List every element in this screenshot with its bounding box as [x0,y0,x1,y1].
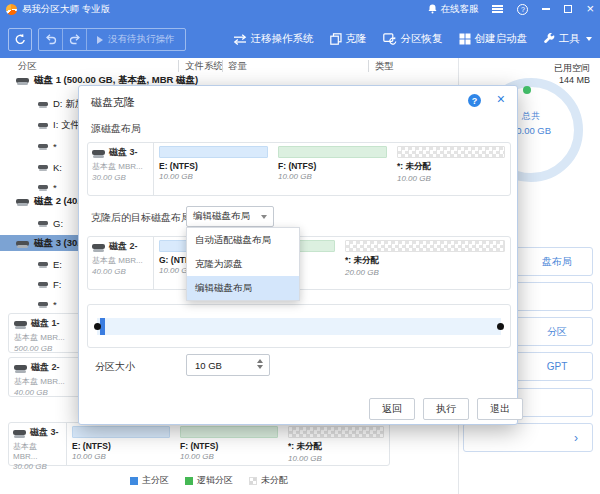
disk3-partition-f[interactable]: F: (NTFS) 10.00 GB [175,423,283,465]
disk-icon [92,244,105,249]
disk1-type: 基本盘 MBR... [14,332,82,343]
partition-legend: 主分区 逻辑分区 未分配 [130,474,288,487]
clone-label: 克隆 [346,32,367,46]
minimize-button[interactable] [542,8,550,10]
source-partition-f[interactable]: F: (NTFS) 10.00 GB [273,143,392,195]
used-space: 已用空间 144 MB [554,62,590,85]
maximize-button[interactable] [564,5,572,13]
disk-icon [16,241,29,246]
partition-size: 10.00 GB [288,454,384,463]
primary-partition-swatch [130,477,138,485]
tree-item-label: I: 文件 [53,119,80,132]
create-bootable-disk-label: 创建启动盘 [475,32,528,46]
disk2-size: 40.00 GB [14,388,82,397]
partition-bar [180,426,278,438]
partition-icon [38,262,48,266]
partition-icon [38,221,48,225]
layout-mode-dropdown-menu: 自动适配磁盘布局 克隆为源盘 编辑磁盘布局 [186,227,300,301]
legend-logical-label: 逻辑分区 [197,474,233,487]
stepper-icon[interactable] [257,359,263,369]
source-disk-row: 磁盘 3- 基本盘 MBR... 30.00 GB E: (NTFS) 10.0… [87,142,511,196]
tree-item-label: * [53,182,57,193]
tree-item-label: * [53,141,57,152]
dialog-close-icon[interactable]: × [497,91,505,107]
back-button[interactable]: 返回 [369,398,415,420]
ring-used-dot [523,86,531,94]
partition-icon [38,123,48,127]
layout-mode-select[interactable]: 编辑磁盘布局 [186,206,274,227]
pending-operations-group: 没有待执行操作 [38,28,186,51]
menu-option-edit-layout[interactable]: 编辑磁盘布局 [187,276,299,300]
app-window: 易我分区大师 专业版 在线客服 ? × [0,0,600,494]
tree-item-label: G: [53,218,63,229]
target-disk-name: 磁盘 2- [109,240,138,253]
disk3-name: 磁盘 3- [30,426,59,439]
redo-button[interactable] [63,29,87,50]
partition-resize-slider[interactable] [97,318,501,335]
partition-label: F: (NTFS) [180,441,278,451]
disk1-card[interactable]: 磁盘 1- 基本盘 MBR... 500.00 GB [8,313,88,353]
dialog-help-icon[interactable]: ? [468,94,481,107]
partition-label: F: (NTFS) [278,161,387,171]
partition-label: *: 未分配 [345,255,505,267]
source-disk-type: 基本盘 MBR... [92,161,149,172]
partition-label: E: (NTFS) [72,441,170,451]
tools-button[interactable]: 工具 [543,32,592,46]
target-partition-unallocated[interactable]: *: 未分配 20.00 GB [340,237,510,289]
partition-label: *: 未分配 [288,441,384,453]
title-bar: 易我分区大师 专业版 在线客服 ? × [0,0,600,18]
tree-item-label: * [53,299,57,310]
partition-size: 10.00 GB [72,452,170,461]
partition-bar [397,146,505,158]
target-layout-label: 克隆后的目标磁盘布局 [91,211,191,225]
clone-button[interactable]: 克隆 [330,32,367,46]
disk3-map-row: 磁盘 3- 基本盘 MBR... 30.00 GB E: (NTFS) 10.0… [8,422,390,466]
migrate-os-label: 迁移操作系统 [251,32,314,46]
stepper-up-icon[interactable] [257,359,263,363]
chevron-down-icon [261,215,267,219]
disk3-card[interactable]: 磁盘 3- 基本盘 MBR... 30.00 GB [9,423,67,465]
create-bootable-disk-button[interactable]: 创建启动盘 [459,32,528,46]
source-layout-label: 源磁盘布局 [91,122,141,136]
disk3-partition-e[interactable]: E: (NTFS) 10.00 GB [67,423,175,465]
slider-left-handle[interactable] [94,323,101,330]
stepper-down-icon[interactable] [257,365,263,369]
partition-size: 10.00 GB [159,172,268,181]
undo-button[interactable] [39,29,63,50]
help-icon[interactable]: ? [517,4,528,15]
disk-icon [16,199,29,204]
disk3-partition-unallocated[interactable]: *: 未分配 10.00 GB [283,423,389,465]
pending-operations-button[interactable]: 没有待执行操作 [87,29,185,50]
play-icon [97,36,103,44]
legend-primary-label: 主分区 [142,474,169,487]
disk2-card[interactable]: 磁盘 2- 基本盘 MBR... 40.00 GB [8,357,88,397]
close-button[interactable]: × [586,4,594,14]
chevron-right-icon: › [574,431,578,445]
source-disk-name: 磁盘 3- [109,146,138,159]
migrate-os-button[interactable]: 迁移操作系统 [233,32,314,46]
exit-button[interactable]: 退出 [477,398,523,420]
logical-partition-swatch [185,477,193,485]
undo-icon [45,34,57,45]
partition-size: 20.00 GB [345,268,505,277]
used-space-value: 144 MB [554,75,590,85]
slider-right-handle[interactable] [497,323,504,330]
online-support-button[interactable]: 在线客服 [428,3,478,16]
execute-button[interactable]: 执行 [423,398,469,420]
redo-icon [69,34,81,45]
partition-recovery-button[interactable]: 分区恢复 [383,32,443,46]
menu-icon[interactable] [492,8,503,10]
bell-icon [428,4,437,14]
partition-bar [345,240,505,252]
menu-option-auto-fit[interactable]: 自动适配磁盘布局 [187,228,299,252]
partition-size-input[interactable]: 10 GB [186,354,270,376]
source-partition-e[interactable]: E: (NTFS) 10.00 GB [154,143,273,195]
partition-icon [38,282,48,286]
refresh-button[interactable] [8,28,32,51]
source-partition-unallocated[interactable]: *: 未分配 10.00 GB [392,143,510,195]
sidebar-more-button[interactable]: › [463,423,593,452]
menu-option-clone-as-source[interactable]: 克隆为源盘 [187,252,299,276]
target-disk-size: 40.00 GB [92,267,149,276]
partition-label: *: 未分配 [397,161,505,173]
partition-icon [38,165,48,169]
